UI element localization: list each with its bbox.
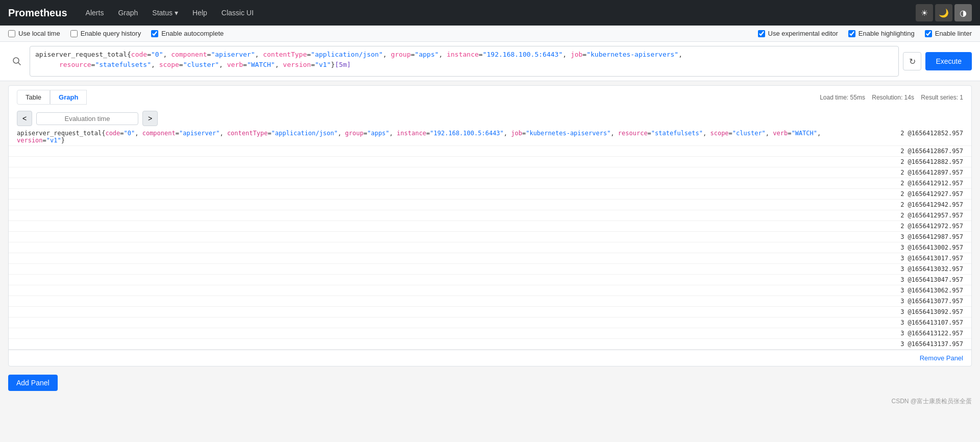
eval-prev-btn[interactable]: < (17, 111, 32, 126)
table-row: 2 @1656412972.957 (9, 221, 971, 232)
execute-button[interactable]: Execute (925, 52, 972, 70)
result-value: 2 @1656412912.957 (861, 180, 963, 187)
add-panel-area: Add Panel (0, 371, 980, 395)
result-value: 3 @1656413062.957 (861, 287, 963, 294)
table-row: 3 @1656413077.957 (9, 296, 971, 307)
theme-buttons: ☀ 🌙 ◑ (916, 4, 972, 21)
tab-graph[interactable]: Graph (50, 90, 87, 105)
nav-status-dropdown[interactable]: Status ▾ (146, 5, 184, 21)
result-value: 2 @1656412942.957 (861, 201, 963, 208)
result-value: 3 @1656413047.957 (861, 276, 963, 283)
results-header: Table Graph Load time: 55ms Resolution: … (9, 86, 971, 109)
result-value: 3 @1656413002.957 (861, 244, 963, 251)
query-area: apiserver_request_total{code="0", compon… (0, 42, 980, 81)
table-row: 2 @1656412882.957 (9, 157, 971, 167)
refresh-button[interactable]: ↻ (903, 52, 921, 70)
enable-highlighting-checkbox[interactable] (848, 30, 855, 37)
enable-highlighting-label[interactable]: Enable highlighting (848, 30, 915, 37)
nav-alerts[interactable]: Alerts (80, 5, 110, 21)
table-row: 2 @1656412912.957 (9, 178, 971, 189)
navbar: Prometheus Alerts Graph Status ▾ Help Cl… (0, 0, 980, 26)
table-row: 3 @1656413047.957 (9, 275, 971, 285)
nav-links: Alerts Graph Status ▾ Help Classic UI (80, 5, 916, 21)
brand-logo[interactable]: Prometheus (8, 7, 67, 19)
enable-autocomplete-label[interactable]: Enable autocomplete (151, 30, 224, 37)
results-meta: Load time: 55ms Resolution: 14s Result s… (820, 94, 963, 101)
use-local-time-checkbox[interactable] (8, 30, 15, 37)
result-value: 3 @1656413077.957 (861, 298, 963, 305)
result-value: 2 @1656412897.957 (861, 169, 963, 176)
enable-linter-checkbox[interactable] (925, 30, 932, 37)
load-time: Load time: 55ms (820, 94, 865, 101)
theme-dark-btn[interactable]: 🌙 (935, 4, 952, 21)
result-value: 3 @1656413122.957 (861, 330, 963, 337)
data-table: apiserver_request_total{code="0", compon… (9, 128, 971, 350)
use-local-time-label[interactable]: Use local time (8, 30, 60, 37)
result-series: Result series: 1 (921, 94, 963, 101)
result-value: 2 @1656412867.957 (861, 148, 963, 155)
eval-time-input[interactable] (36, 112, 138, 125)
use-experimental-editor-checkbox[interactable] (758, 30, 765, 37)
enable-autocomplete-checkbox[interactable] (151, 30, 158, 37)
table-row: 3 @1656413002.957 (9, 242, 971, 253)
search-icon (8, 46, 26, 77)
table-row: 2 @1656412942.957 (9, 200, 971, 210)
toolbar-right: Use experimental editor Enable highlight… (758, 30, 972, 37)
table-row: 2 @1656412897.957 (9, 167, 971, 178)
nav-classic-ui[interactable]: Classic UI (215, 5, 260, 21)
result-value: 3 @1656413107.957 (861, 319, 963, 326)
table-row: 3 @1656412987.957 (9, 232, 971, 242)
result-value: 3 @1656413017.957 (861, 255, 963, 262)
theme-light-btn[interactable]: ☀ (916, 4, 933, 21)
table-row: 3 @1656413092.957 (9, 307, 971, 317)
footer-credit: CSDN @富士康质检员张全蛋 (0, 395, 980, 408)
table-row: 3 @1656413107.957 (9, 317, 971, 328)
eval-bar: < > (9, 109, 971, 128)
table-row: apiserver_request_total{code="0", compon… (9, 128, 971, 146)
table-row: 3 @1656413017.957 (9, 253, 971, 264)
table-row: 2 @1656412867.957 (9, 146, 971, 157)
resolution: Resolution: 14s (872, 94, 914, 101)
result-value: 3 @1656412987.957 (861, 233, 963, 240)
results-panel: Table Graph Load time: 55ms Resolution: … (8, 85, 972, 366)
remove-panel-row: Remove Panel (9, 350, 971, 366)
table-row: 3 @1656413032.957 (9, 264, 971, 275)
result-value: 3 @1656413032.957 (861, 265, 963, 273)
result-value: 2 @1656412882.957 (861, 158, 963, 165)
result-value: 3 @1656413092.957 (861, 308, 963, 315)
result-value: 3 @1656413137.957 (861, 340, 963, 348)
add-panel-button[interactable]: Add Panel (8, 375, 58, 391)
table-row: 2 @1656412957.957 (9, 210, 971, 221)
toolbar: Use local time Enable query history Enab… (0, 26, 980, 42)
theme-auto-btn[interactable]: ◑ (954, 4, 972, 21)
enable-query-history-checkbox[interactable] (70, 30, 78, 37)
table-row: 3 @1656413137.957 (9, 339, 971, 350)
result-metric: apiserver_request_total{code="0", compon… (17, 130, 861, 144)
tab-table[interactable]: Table (17, 90, 50, 105)
result-value: 2 @1656412927.957 (861, 190, 963, 198)
query-actions: ↻ Execute (903, 46, 972, 77)
table-row: 3 @1656413122.957 (9, 328, 971, 339)
result-value: 2 @1656412972.957 (861, 223, 963, 230)
nav-graph[interactable]: Graph (112, 5, 144, 21)
eval-next-btn[interactable]: > (142, 111, 158, 126)
use-experimental-editor-label[interactable]: Use experimental editor (758, 30, 838, 37)
table-row: 2 @1656412927.957 (9, 189, 971, 200)
table-row: 3 @1656413062.957 (9, 285, 971, 296)
nav-help[interactable]: Help (186, 5, 213, 21)
query-input[interactable]: apiserver_request_total{code="0", compon… (30, 46, 899, 77)
svg-line-1 (18, 63, 21, 65)
enable-linter-label[interactable]: Enable linter (925, 30, 972, 37)
remove-panel-link[interactable]: Remove Panel (920, 354, 963, 362)
result-value: 2 @1656412957.957 (861, 212, 963, 219)
result-value: 2 @1656412852.957 (861, 130, 963, 137)
enable-query-history-label[interactable]: Enable query history (70, 30, 141, 37)
